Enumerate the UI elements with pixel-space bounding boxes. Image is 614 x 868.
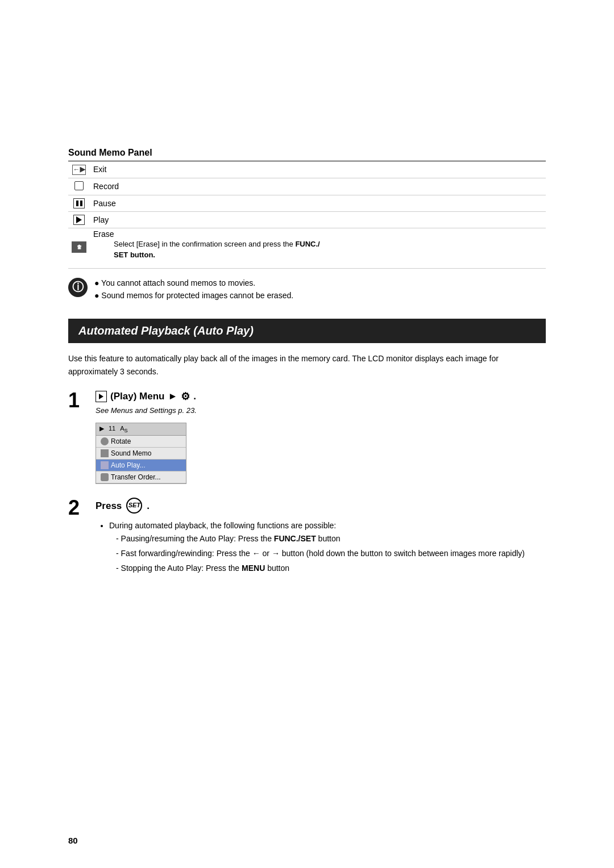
auto-playback-section: Automated Playback (Auto Play) Use this …	[68, 319, 546, 577]
settings-ref: See Menus and Settings p. 23.	[96, 406, 546, 415]
bullet-during-playback: During automated playback, the following…	[109, 519, 546, 575]
table-row: Play	[68, 211, 546, 228]
step-1-number: 1	[68, 390, 85, 411]
page: Sound Memo Panel ←▶ Exit Record	[0, 0, 614, 868]
press-label: Press	[96, 498, 122, 514]
menu-tab-3: AS	[120, 425, 127, 433]
menu-item-auto-play: Auto Play...	[96, 460, 186, 471]
menu-tab-1: ▶	[99, 425, 104, 433]
record-icon-cell	[68, 178, 90, 195]
note-item-1: ● You cannot attach sound memos to movie…	[94, 277, 293, 289]
dot-separator: .	[193, 391, 196, 402]
note-text: ● You cannot attach sound memos to movie…	[94, 277, 293, 302]
menu-item-sound-memo-label: Sound Memo	[111, 449, 151, 457]
note-box: ⓘ ● You cannot attach sound memos to mov…	[68, 277, 546, 302]
menu-item-rotate-label: Rotate	[111, 437, 131, 445]
panel-table: ←▶ Exit Record	[68, 161, 546, 269]
step-1-instruction: (Play) Menu ► ⚙ .	[96, 390, 546, 403]
erase-label: Erase	[93, 229, 542, 239]
menu-item-transfer-label: Transfer Order...	[111, 473, 161, 481]
exit-icon: ←▶	[72, 165, 86, 175]
menu-item-sound-memo: Sound Memo	[96, 448, 186, 460]
record-label: Record	[90, 178, 546, 195]
erase-bold-func: FUNC./	[295, 240, 320, 248]
sound-memo-section: Sound Memo Panel ←▶ Exit Record	[68, 148, 546, 302]
press-dot: .	[147, 498, 150, 514]
pause-label: Pause	[90, 195, 546, 211]
sub-bullet-pause: Pausing/resuming the Auto Play: Press th…	[116, 532, 546, 545]
step-2-number: 2	[68, 498, 85, 518]
menu-screenshot: ▶ 11 AS Rotate Sound Memo Auto Play	[96, 423, 186, 484]
menu-arrow-icon: ►	[168, 391, 177, 402]
menu-header: ▶ 11 AS	[96, 423, 186, 436]
menu-item-transfer: Transfer Order...	[96, 471, 186, 483]
step-1: 1 (Play) Menu ► ⚙ . See Menus and Settin…	[68, 390, 546, 484]
erase-desc: Select [Erase] in the confirmation scree…	[93, 239, 542, 265]
note-icon: ⓘ	[68, 278, 88, 297]
func-set-icon: SET	[126, 498, 142, 514]
pause-bar-right	[80, 201, 82, 206]
sub-bullets: Pausing/resuming the Auto Play: Press th…	[116, 532, 546, 575]
step-2: 2 Press SET . During automated playback,…	[68, 498, 546, 577]
auto-playback-description: Use this feature to automatically play b…	[68, 352, 546, 378]
table-row: ←▶ Exit	[68, 161, 546, 178]
erase-section: Erase Select [Erase] in the confirmation…	[90, 228, 546, 268]
play-label: Play	[90, 211, 546, 228]
transfer-icon	[101, 473, 109, 481]
play-menu-icon	[96, 391, 107, 402]
auto-playback-header: Automated Playback (Auto Play)	[68, 319, 546, 343]
rotate-icon	[101, 437, 109, 445]
press-instruction: Press SET .	[96, 498, 546, 514]
play-icon	[73, 215, 85, 225]
play-triangle-small	[99, 394, 103, 399]
step-2-bullets: During automated playback, the following…	[109, 519, 546, 575]
erase-bold-set: SET button.	[114, 251, 155, 259]
erase-icon: 🗑	[72, 241, 86, 253]
record-icon	[74, 181, 84, 190]
table-row: 🗑 Erase Select [Erase] in the confirmati…	[68, 228, 546, 268]
page-number: 80	[68, 836, 78, 845]
auto-play-icon	[101, 461, 109, 469]
settings-icon: ⚙	[181, 390, 190, 403]
sound-memo-icon	[101, 449, 109, 457]
menu-tab-2: 11	[109, 425, 115, 433]
sub-bullet-stop: Stopping the Auto Play: Press the MENU b…	[116, 562, 546, 574]
play-triangle	[76, 216, 82, 223]
step-1-content: (Play) Menu ► ⚙ . See Menus and Settings…	[96, 390, 546, 484]
pause-bar-left	[76, 201, 78, 206]
erase-icon-cell: 🗑	[68, 228, 90, 268]
step-2-content: Press SET . During automated playback, t…	[96, 498, 546, 577]
exit-label: Exit	[90, 161, 546, 178]
table-row: Pause	[68, 195, 546, 211]
note-item-2: ● Sound memos for protected images canno…	[94, 289, 293, 302]
menu-item-rotate: Rotate	[96, 436, 186, 448]
menu-item-auto-play-label: Auto Play...	[111, 461, 145, 469]
sound-memo-title: Sound Memo Panel	[68, 148, 546, 161]
pause-icon	[73, 198, 85, 208]
pause-icon-cell	[68, 195, 90, 211]
exit-icon-cell: ←▶	[68, 161, 90, 178]
step-1-text: (Play) Menu	[110, 391, 164, 402]
sub-bullet-ff: Fast forwarding/rewinding: Press the ← o…	[116, 547, 546, 560]
table-row: Record	[68, 178, 546, 195]
play-icon-cell	[68, 211, 90, 228]
